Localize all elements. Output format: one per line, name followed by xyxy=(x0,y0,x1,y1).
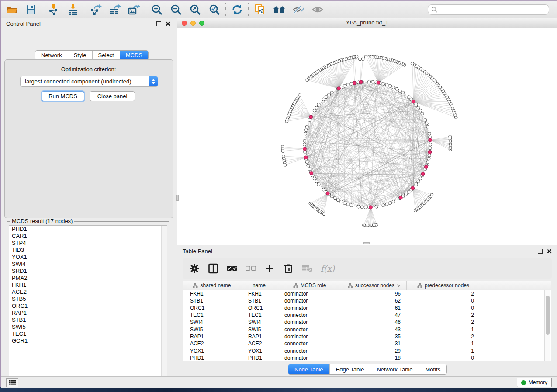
mcds-list-scrollbar[interactable] xyxy=(161,226,167,381)
mcds-result-item[interactable]: YOX1 xyxy=(9,254,167,261)
task-history-button[interactable] xyxy=(6,378,18,387)
criterion-dropdown[interactable]: largest connected component (undirected) xyxy=(20,76,158,87)
search-field[interactable] xyxy=(428,4,549,15)
column-header-name[interactable]: name xyxy=(241,281,277,290)
open-session-button[interactable] xyxy=(4,3,19,16)
tab-network[interactable]: Network xyxy=(35,51,68,60)
add-row-button[interactable] xyxy=(264,263,275,274)
select-all-button[interactable] xyxy=(226,263,238,274)
close-panel-button[interactable]: Close panel xyxy=(90,91,135,101)
first-neighbors-button[interactable] xyxy=(272,3,287,16)
save-session-button[interactable] xyxy=(24,3,38,16)
hub-node[interactable] xyxy=(326,192,329,195)
close-panel-icon[interactable] xyxy=(547,249,552,254)
mcds-result-item[interactable]: TID3 xyxy=(9,247,167,254)
mcds-result-item[interactable]: TEC1 xyxy=(9,330,167,337)
node-table[interactable]: shared namenameMCDS rolesuccessor nodesp… xyxy=(183,281,551,361)
tab-select[interactable]: Select xyxy=(93,51,120,60)
column-header-predecessor-nodes[interactable]: predecessor nodes xyxy=(407,281,480,290)
column-header-successor-nodes[interactable]: successor nodes xyxy=(342,281,407,290)
hub-node[interactable] xyxy=(428,151,432,154)
mcds-result-item[interactable]: SWI4 xyxy=(9,261,167,268)
network-graph[interactable] xyxy=(177,28,557,245)
tab-node-table[interactable]: Node Table xyxy=(288,364,330,374)
mcds-result-list[interactable]: PHD1CAR1STP4TID3YOX1SWI4SRD1PMA2FKH1ACE2… xyxy=(9,225,167,382)
network-canvas[interactable] xyxy=(177,28,557,245)
table-row[interactable]: TEC1TEC1connector472 xyxy=(183,312,551,319)
hub-node[interactable] xyxy=(353,81,356,85)
table-row[interactable]: YOX1YOX1connector291 xyxy=(183,347,551,354)
import-network-button[interactable] xyxy=(46,3,61,16)
mcds-result-item[interactable]: PMA2 xyxy=(9,275,167,282)
hide-selected-button[interactable] xyxy=(291,3,306,16)
mcds-result-item[interactable]: STB1 xyxy=(9,316,167,323)
deselect-all-button[interactable] xyxy=(245,263,256,274)
export-image-button[interactable] xyxy=(127,3,142,16)
hub-node[interactable] xyxy=(359,80,363,84)
column-header-MCDS-role[interactable]: MCDS role xyxy=(277,281,342,290)
table-scrollbar-thumb[interactable] xyxy=(546,296,550,335)
export-table-button[interactable] xyxy=(107,3,122,16)
refresh-layout-button[interactable] xyxy=(230,3,245,16)
hub-node[interactable] xyxy=(377,81,380,84)
table-row[interactable]: ACE2ACE2connector311 xyxy=(183,340,551,347)
table-row[interactable]: PHD1PHD1dominator180 xyxy=(183,354,551,361)
run-mcds-button[interactable]: Run MCDS xyxy=(42,91,84,101)
memory-button[interactable]: Memory xyxy=(517,378,552,387)
table-row[interactable]: RAP1RAP1dominator352 xyxy=(183,333,551,340)
delete-row-button[interactable] xyxy=(283,263,294,274)
hub-node[interactable] xyxy=(304,156,308,159)
mcds-result-item[interactable]: STP4 xyxy=(9,240,167,247)
hub-node[interactable] xyxy=(421,172,425,176)
hub-node[interactable] xyxy=(310,171,313,175)
search-input[interactable] xyxy=(439,6,549,13)
mcds-result-item[interactable]: RAP1 xyxy=(9,309,167,316)
hub-node[interactable] xyxy=(337,87,341,90)
float-panel-icon[interactable] xyxy=(156,21,161,26)
show-all-button[interactable] xyxy=(310,3,325,16)
table-row[interactable]: FKH1FKH1dominator962 xyxy=(183,290,551,297)
mcds-result-item[interactable]: ORC1 xyxy=(9,303,167,309)
table-row[interactable]: SWI5SWI5connector431 xyxy=(183,326,551,333)
tab-network-table[interactable]: Network Table xyxy=(370,364,419,374)
hub-node[interactable] xyxy=(424,165,428,169)
hub-node[interactable] xyxy=(309,115,313,119)
mcds-result-item[interactable]: FKH1 xyxy=(9,282,167,289)
network-window-titlebar[interactable]: YPA_prune.txt_1 xyxy=(177,18,557,28)
table-row[interactable]: STB1STB1dominator620 xyxy=(183,297,551,304)
tab-motifs[interactable]: Motifs xyxy=(419,364,447,374)
import-table-button[interactable] xyxy=(66,3,80,16)
mcds-result-item[interactable]: CAR1 xyxy=(9,233,167,240)
hub-node[interactable] xyxy=(303,147,306,151)
table-row[interactable]: SWI4SWI4dominator462 xyxy=(183,319,551,326)
zoom-selected-button[interactable] xyxy=(207,3,222,16)
table-settings-button[interactable] xyxy=(189,263,200,274)
tab-style[interactable]: Style xyxy=(68,51,93,60)
zoom-out-button[interactable] xyxy=(169,3,183,16)
horizontal-splitter-handle[interactable] xyxy=(363,242,370,244)
show-columns-button[interactable] xyxy=(208,263,219,274)
mcds-result-item[interactable]: SWI5 xyxy=(9,323,167,330)
close-panel-icon[interactable] xyxy=(166,21,170,26)
hub-node[interactable] xyxy=(369,206,373,209)
column-header-shared-name[interactable]: shared name xyxy=(183,281,241,290)
export-network-button[interactable] xyxy=(88,3,103,16)
tab-mcds[interactable]: MCDS xyxy=(120,51,148,60)
mcds-result-item[interactable]: PHD1 xyxy=(9,226,167,233)
tab-edge-table[interactable]: Edge Table xyxy=(330,364,371,374)
mcds-result-item[interactable]: SRD1 xyxy=(9,268,167,275)
hub-node[interactable] xyxy=(411,186,415,190)
vertical-splitter-handle[interactable] xyxy=(176,195,179,201)
hub-node[interactable] xyxy=(412,100,415,103)
float-panel-icon[interactable] xyxy=(538,249,543,254)
mcds-result-item[interactable]: ACE2 xyxy=(9,289,167,296)
function-builder-button[interactable]: f(x) xyxy=(320,263,335,274)
zoom-in-button[interactable] xyxy=(149,3,164,16)
mcds-result-item[interactable]: STB5 xyxy=(9,296,167,303)
table-row[interactable]: ORC1ORC1dominator610 xyxy=(183,305,551,312)
hub-node[interactable] xyxy=(429,138,432,142)
clone-network-button[interactable] xyxy=(253,3,267,16)
mcds-result-item[interactable]: GCR1 xyxy=(9,337,167,344)
hub-node[interactable] xyxy=(399,196,402,199)
delete-table-button[interactable] xyxy=(301,263,313,274)
